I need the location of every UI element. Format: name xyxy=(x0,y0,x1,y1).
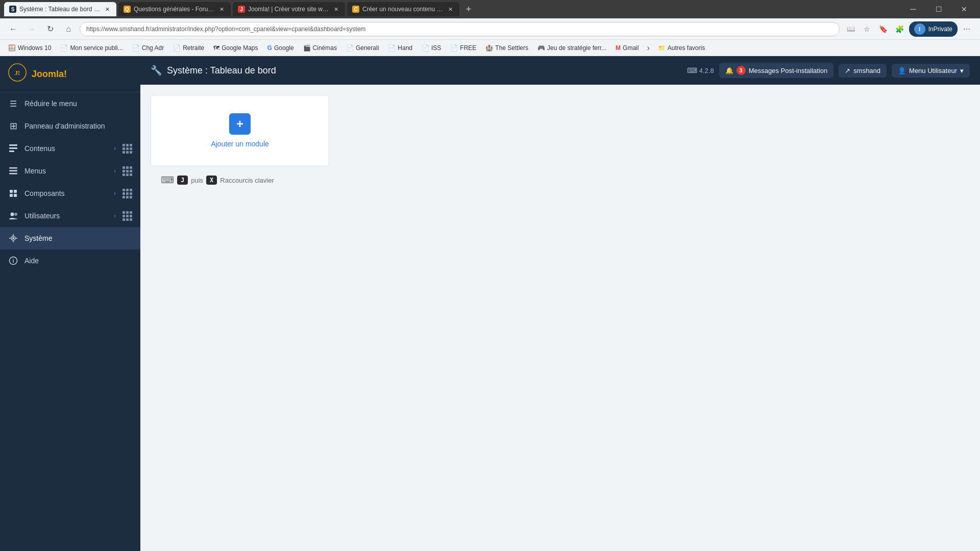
bookmark-hand[interactable]: 📄 Hand xyxy=(384,43,416,53)
systeme-icon xyxy=(8,233,18,243)
bookmark-retraite[interactable]: 📄 Retraite xyxy=(169,43,208,53)
joomla-logo-icon: J! xyxy=(8,63,27,85)
more-options-button[interactable]: ⋯ xyxy=(960,22,974,36)
bookmark-icon-8: 📄 xyxy=(346,44,354,52)
bookmark-icon-3: 📄 xyxy=(132,44,140,52)
user-menu-chevron: ▾ xyxy=(960,67,964,74)
sidebar-logo[interactable]: J! Joomla! xyxy=(0,56,140,92)
browser-titlebar: S Système : Tableau de bord - sms... ✕ Q… xyxy=(0,0,980,18)
sidebar-label-systeme: Système xyxy=(24,234,132,242)
tab-4[interactable]: C Créer un nouveau contenu - For... ✕ xyxy=(347,2,459,16)
notifications-button[interactable]: 🔔 3 Messages Post-installation xyxy=(719,63,834,78)
back-button[interactable]: ← xyxy=(6,22,20,36)
sidebar-item-composants[interactable]: Composants › xyxy=(0,182,140,205)
svg-text:J!: J! xyxy=(15,69,20,77)
tab-close-1[interactable]: ✕ xyxy=(103,5,111,13)
collections-button[interactable]: 🔖 xyxy=(876,22,891,36)
bookmark-label-12: The Settlers xyxy=(495,44,528,52)
smshand-label: smshand xyxy=(853,67,880,74)
favorites-button[interactable]: ☆ xyxy=(860,22,874,36)
menus-icon xyxy=(8,166,18,176)
shortcut-then-label: puis xyxy=(191,177,203,184)
bookmark-iss[interactable]: 📄 ISS xyxy=(418,43,445,53)
bookmark-icon-13: 🎮 xyxy=(537,44,545,52)
bookmark-icon-4: 📄 xyxy=(173,44,181,52)
page-title: 🔧 Système : Tableau de bord xyxy=(151,65,679,76)
tab-title-1: Système : Tableau de bord - sms... xyxy=(19,6,100,13)
profile-avatar: I xyxy=(914,23,925,35)
bookmark-folder-autres[interactable]: 📁 Autres favoris xyxy=(654,43,709,53)
svg-rect-11 xyxy=(14,194,17,197)
svg-rect-9 xyxy=(14,190,17,193)
bookmark-label-6: Google xyxy=(274,44,294,52)
bookmark-label-9: Hand xyxy=(398,44,412,52)
svg-point-12 xyxy=(11,213,14,216)
svg-rect-10 xyxy=(10,194,13,197)
minimize-button[interactable]: ─ xyxy=(901,2,925,16)
utilisateurs-grid-icon xyxy=(122,211,132,221)
bookmark-label-3: Chg Adr xyxy=(142,44,164,52)
bookmark-gmail[interactable]: M Gmail xyxy=(611,43,643,53)
bookmark-mon-service[interactable]: 📄 Mon service publi... xyxy=(56,43,127,53)
bookmark-free[interactable]: 📄 FREE xyxy=(446,43,480,53)
user-menu-label: Menu Utilisateur xyxy=(909,67,957,74)
utilisateurs-chevron: › xyxy=(114,212,116,219)
bookmark-google-maps[interactable]: 🗺 Google Maps xyxy=(209,43,262,53)
header-actions: ⌨ 4.2.8 🔔 3 Messages Post-installation ↗… xyxy=(687,63,970,78)
tab-close-3[interactable]: ✕ xyxy=(332,5,340,13)
bookmark-label-8: Generali xyxy=(356,44,379,52)
sidebar-item-reduce-menu[interactable]: ☰ Réduire le menu xyxy=(0,92,140,115)
bookmark-windows10[interactable]: 🪟 Windows 10 xyxy=(4,43,55,53)
composants-icon xyxy=(8,188,18,198)
sidebar-item-contenus[interactable]: Contenus › xyxy=(0,137,140,160)
menus-chevron: › xyxy=(114,167,116,174)
tab-2[interactable]: Q Questions générales - Forums Jo... ✕ xyxy=(118,2,231,16)
new-tab-button[interactable]: + xyxy=(461,2,476,16)
bookmark-cinemas[interactable]: 🎬 Cinémas xyxy=(299,43,341,53)
sidebar-item-utilisateurs[interactable]: Utilisateurs › xyxy=(0,205,140,227)
smshand-button[interactable]: ↗ smshand xyxy=(839,64,887,78)
sidebar-label-admin: Panneau d'administration xyxy=(24,122,132,130)
forward-button[interactable]: → xyxy=(24,22,39,36)
sidebar: J! Joomla! ☰ Réduire le menu ⊞ Panneau d… xyxy=(0,56,140,551)
bookmark-google[interactable]: G Google xyxy=(263,43,298,53)
sidebar-label-composants: Composants xyxy=(24,189,108,197)
tab-3[interactable]: J Joomla! | Créer votre site web pr... ✕ xyxy=(233,2,345,16)
tab-close-4[interactable]: ✕ xyxy=(446,5,454,13)
more-bookmarks-button[interactable]: › xyxy=(644,42,652,54)
tab-close-2[interactable]: ✕ xyxy=(217,5,226,13)
extensions-button[interactable]: 🧩 xyxy=(893,22,907,36)
sidebar-item-systeme[interactable]: Système xyxy=(0,227,140,249)
bookmark-icon-2: 📄 xyxy=(60,44,68,52)
sidebar-item-admin[interactable]: ⊞ Panneau d'administration xyxy=(0,115,140,137)
tab-active[interactable]: S Système : Tableau de bord - sms... ✕ xyxy=(4,2,116,16)
address-bar[interactable]: https://www.smshand.fr/administrator/ind… xyxy=(80,22,840,36)
folder-label: Autres favoris xyxy=(668,44,705,52)
add-module-card[interactable]: + Ajouter un module xyxy=(151,95,329,166)
shortcut-key-j: J xyxy=(177,176,188,185)
wrench-icon: 🔧 xyxy=(151,65,162,76)
sidebar-item-aide[interactable]: i Aide xyxy=(0,249,140,272)
inprivate-button[interactable]: I InPrivate xyxy=(909,21,958,37)
inprivate-label: InPrivate xyxy=(928,26,952,33)
sidebar-label-reduce: Réduire le menu xyxy=(24,99,132,108)
bookmark-label-13: Jeu de stratégie ferr... xyxy=(547,44,606,52)
tab-title-4: Créer un nouveau contenu - For... xyxy=(362,6,443,13)
user-menu-button[interactable]: 👤 Menu Utilisateur ▾ xyxy=(892,64,970,78)
bookmark-generali[interactable]: 📄 Generali xyxy=(342,43,383,53)
page-title-text: Système : Tableau de bord xyxy=(167,65,276,76)
refresh-button[interactable]: ↻ xyxy=(43,22,57,36)
bookmark-label-5: Google Maps xyxy=(222,44,258,52)
svg-rect-4 xyxy=(9,151,14,152)
svg-rect-5 xyxy=(9,167,17,169)
bookmark-chg-adr[interactable]: 📄 Chg Adr xyxy=(128,43,168,53)
maximize-button[interactable]: ☐ xyxy=(927,2,950,16)
sidebar-label-utilisateurs: Utilisateurs xyxy=(24,212,108,220)
bookmark-jeu-strategie[interactable]: 🎮 Jeu de stratégie ferr... xyxy=(533,43,610,53)
close-button[interactable]: ✕ xyxy=(952,2,976,16)
bookmark-label-4: Retraite xyxy=(183,44,204,52)
sidebar-item-menus[interactable]: Menus › xyxy=(0,160,140,182)
bookmark-settlers[interactable]: 🏰 The Settlers xyxy=(481,43,532,53)
home-button[interactable]: ⌂ xyxy=(61,22,76,36)
read-mode-button[interactable]: 📖 xyxy=(844,22,858,36)
